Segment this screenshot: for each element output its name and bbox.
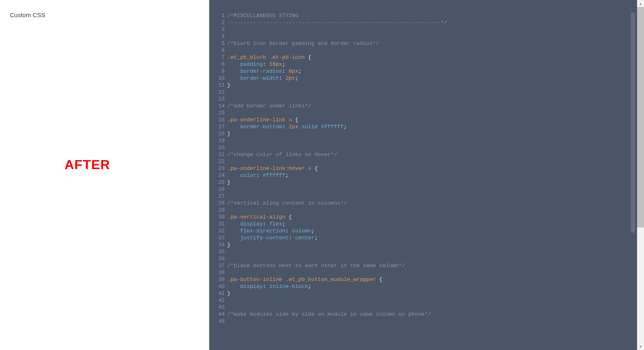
code-line[interactable]: 15 [217, 109, 644, 116]
code-content[interactable] [225, 144, 230, 151]
code-line[interactable]: 27 [217, 193, 644, 200]
code-content[interactable]: padding: 16px; [225, 61, 285, 68]
page-scrollbar[interactable]: ▴ ▾ [637, 0, 644, 350]
code-line[interactable]: 12 [217, 89, 644, 96]
code-content[interactable]: /*change color of links on hover*/ [225, 151, 337, 158]
line-number: 16 [217, 116, 225, 123]
code-line[interactable]: 25} [217, 179, 644, 186]
code-line[interactable]: 28/*vertical aling content in columns*/ [217, 200, 644, 207]
code-line[interactable]: 35 [217, 248, 644, 255]
code-line[interactable]: 36 [217, 255, 644, 262]
code-content[interactable] [225, 207, 230, 214]
code-line[interactable]: 38 [217, 269, 644, 276]
code-content[interactable]: color: #ffffff; [225, 172, 288, 179]
code-line[interactable]: 34} [217, 241, 644, 248]
code-line[interactable]: 40 display: inline-block; [217, 283, 644, 290]
code-content[interactable]: } [225, 130, 230, 137]
code-line[interactable]: 10 border-width: 2px; [217, 75, 644, 82]
code-line[interactable]: 44/*make modules side by side on module … [217, 311, 644, 318]
code-content[interactable]: .pa-button-inline .et_pb_button_module_w… [225, 276, 382, 283]
code-content[interactable] [225, 158, 230, 165]
code-content[interactable]: justify-content: center; [225, 234, 318, 241]
code-content[interactable]: } [225, 82, 230, 89]
code-line[interactable]: 2---------------------------------------… [217, 19, 644, 26]
code-content[interactable] [225, 137, 230, 144]
scroll-down-icon[interactable]: ▾ [637, 343, 644, 350]
code-line[interactable]: 13 [217, 96, 644, 103]
code-line[interactable]: 3 [217, 26, 644, 33]
code-line[interactable]: 22 [217, 158, 644, 165]
code-line[interactable]: 41} [217, 290, 644, 297]
code-line[interactable]: 42 [217, 297, 644, 304]
code-line[interactable]: 7.et_pb_blurb .et-pb-icon { [217, 54, 644, 61]
code-content[interactable]: } [225, 290, 230, 297]
code-line[interactable]: 23.pa-underline-link:hover a { [217, 165, 644, 172]
code-content[interactable]: /*vertical aling content in columns*/ [225, 200, 347, 207]
code-content[interactable]: ----------------------------------------… [225, 19, 447, 26]
code-content[interactable] [225, 193, 230, 200]
code-content[interactable] [225, 255, 230, 262]
code-line[interactable]: 31 display: flex; [217, 221, 644, 227]
code-content[interactable]: border-radius: 0px; [225, 68, 302, 75]
code-editor[interactable]: 1/*MISCELLANEOUS STYING2----------------… [209, 0, 644, 350]
code-content[interactable] [225, 186, 230, 193]
code-line[interactable]: 5/*blurb icon border padding and border … [217, 40, 644, 47]
code-content[interactable] [225, 26, 230, 33]
code-line[interactable]: 17 border-bottom: 2px solid #ffffff; [217, 123, 644, 130]
code-line[interactable]: 37/*place buttons next to each other in … [217, 262, 644, 269]
code-line[interactable]: 9 border-radius: 0px; [217, 68, 644, 75]
code-line[interactable]: 4 [217, 33, 644, 40]
editor-scrollbar-thumb[interactable] [631, 12, 635, 233]
code-line[interactable]: 6 [217, 47, 644, 54]
code-line[interactable]: 33 justify-content: center; [217, 234, 644, 241]
code-line[interactable]: 32 flex-direction: column; [217, 227, 644, 234]
line-number: 33 [217, 234, 225, 241]
code-content[interactable]: } [225, 179, 230, 186]
code-line[interactable]: 18} [217, 130, 644, 137]
code-content[interactable]: display: inline-block; [225, 283, 311, 290]
code-line[interactable]: 16.pa-underline-link a { [217, 116, 644, 123]
code-line[interactable]: 20 [217, 144, 644, 151]
page-scrollbar-thumb[interactable] [637, 7, 644, 227]
code-content[interactable]: /*blurb icon border padding and border r… [225, 40, 379, 47]
code-line[interactable]: 24 color: #ffffff; [217, 172, 644, 179]
code-line[interactable]: 45 [217, 318, 644, 325]
code-content[interactable]: } [225, 241, 230, 248]
code-content[interactable] [225, 109, 230, 116]
code-content[interactable]: display: flex; [225, 221, 285, 227]
line-number: 29 [217, 207, 225, 214]
code-content[interactable] [225, 297, 230, 304]
code-content[interactable] [225, 269, 230, 276]
code-content[interactable] [225, 248, 230, 255]
code-line[interactable]: 30.pa-vertical-align { [217, 214, 644, 221]
code-content[interactable]: border-width: 2px; [225, 75, 298, 82]
code-content[interactable]: .et_pb_blurb .et-pb-icon { [225, 54, 311, 61]
code-content[interactable] [225, 89, 230, 96]
code-line[interactable]: 39.pa-button-inline .et_pb_button_module… [217, 276, 644, 283]
code-line[interactable]: 43 [217, 304, 644, 311]
code-line[interactable]: 26 [217, 186, 644, 193]
code-content[interactable]: border-bottom: 2px solid #ffffff; [225, 123, 347, 130]
code-content[interactable] [225, 33, 230, 40]
code-content[interactable]: /*make modules side by side on module in… [225, 311, 431, 318]
code-line[interactable]: 8 padding: 16px; [217, 61, 644, 68]
code-content[interactable] [225, 304, 230, 311]
scroll-up-icon[interactable]: ▴ [637, 0, 644, 7]
code-line[interactable]: 29 [217, 207, 644, 214]
code-content[interactable]: .pa-vertical-align { [225, 214, 292, 221]
code-content[interactable] [225, 96, 230, 103]
code-editor-lines[interactable]: 1/*MISCELLANEOUS STYING2----------------… [209, 12, 644, 350]
code-line[interactable]: 21/*change color of links on hover*/ [217, 151, 644, 158]
code-line[interactable]: 11} [217, 82, 644, 89]
code-content[interactable]: /*place buttons next to each other in th… [225, 262, 405, 269]
code-content[interactable]: /*MISCELLANEOUS STYING [225, 12, 298, 19]
code-content[interactable]: .pa-underline-link a { [225, 116, 298, 123]
code-content[interactable] [225, 47, 230, 54]
code-content[interactable]: /*add border under links*/ [225, 103, 311, 109]
code-content[interactable]: flex-direction: column; [225, 227, 315, 234]
code-line[interactable]: 1/*MISCELLANEOUS STYING [217, 12, 644, 19]
code-content[interactable] [225, 318, 230, 325]
code-content[interactable]: .pa-underline-link:hover a { [225, 165, 318, 172]
code-line[interactable]: 14/*add border under links*/ [217, 103, 644, 109]
code-line[interactable]: 19 [217, 137, 644, 144]
